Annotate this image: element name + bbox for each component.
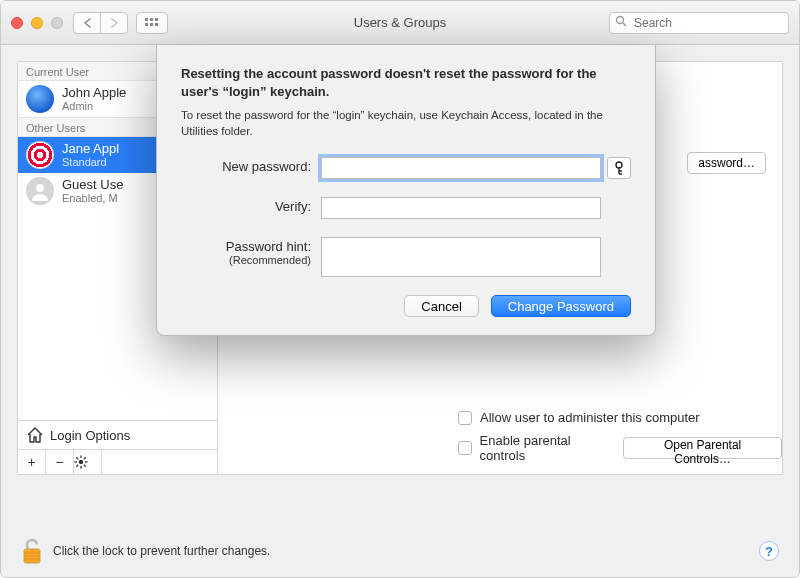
svg-line-15 xyxy=(84,465,86,467)
lock-row: Click the lock to prevent further change… xyxy=(21,537,779,565)
user-role: Standard xyxy=(62,156,119,168)
password-assistant-button[interactable] xyxy=(607,157,631,179)
sheet-heading: Resetting the account password doesn't r… xyxy=(181,65,631,100)
new-password-input[interactable] xyxy=(321,157,601,179)
cancel-button[interactable]: Cancel xyxy=(404,295,478,317)
login-options-label: Login Options xyxy=(50,428,130,443)
add-user-button[interactable]: + xyxy=(18,450,46,474)
login-options-row[interactable]: Login Options xyxy=(18,420,217,449)
key-icon xyxy=(613,161,625,175)
new-password-row: New password: xyxy=(181,157,631,179)
user-name: John Apple xyxy=(62,86,126,100)
svg-line-17 xyxy=(76,465,78,467)
titlebar: Users & Groups xyxy=(1,1,799,45)
reset-password-button[interactable]: assword… xyxy=(687,152,766,174)
window-controls xyxy=(11,17,63,29)
search-input[interactable] xyxy=(609,12,789,34)
close-window-button[interactable] xyxy=(11,17,23,29)
sheet-buttons: Cancel Change Password xyxy=(181,295,631,317)
svg-point-6 xyxy=(617,16,624,23)
svg-line-16 xyxy=(84,457,86,459)
zoom-window-button xyxy=(51,17,63,29)
help-button[interactable]: ? xyxy=(759,541,779,561)
svg-line-14 xyxy=(76,457,78,459)
password-hint-input[interactable] xyxy=(321,237,601,277)
user-name: Guest Use xyxy=(62,178,123,192)
hint-row: Password hint: (Recommended) xyxy=(181,237,631,277)
sidebar-footer-buttons: + − xyxy=(18,449,217,474)
lock-text: Click the lock to prevent further change… xyxy=(53,544,270,558)
admin-checkbox[interactable] xyxy=(458,411,472,425)
preferences-window: Users & Groups Current User John Apple A… xyxy=(0,0,800,578)
new-password-label: New password: xyxy=(181,157,321,174)
minimize-window-button[interactable] xyxy=(31,17,43,29)
svg-point-8 xyxy=(36,184,44,192)
parental-checkbox-row: Enable parental controls Open Parental C… xyxy=(458,433,782,463)
svg-line-7 xyxy=(623,23,626,26)
change-password-sheet: Resetting the account password doesn't r… xyxy=(156,45,656,336)
hint-recommended-label: (Recommended) xyxy=(181,254,311,266)
action-menu-button[interactable] xyxy=(74,450,102,474)
avatar xyxy=(26,85,54,113)
sheet-body: To reset the password for the “login” ke… xyxy=(181,108,631,139)
user-name: Jane Appl xyxy=(62,142,119,156)
user-role: Enabled, M xyxy=(62,192,123,204)
remove-user-button[interactable]: − xyxy=(46,450,74,474)
svg-rect-5 xyxy=(155,23,158,26)
svg-point-22 xyxy=(616,162,622,168)
svg-rect-1 xyxy=(150,18,153,21)
svg-rect-2 xyxy=(155,18,158,21)
admin-checkbox-row: Allow user to administer this computer xyxy=(458,410,782,425)
parental-checkbox[interactable] xyxy=(458,441,472,455)
verify-password-input[interactable] xyxy=(321,197,601,219)
user-role: Admin xyxy=(62,100,126,112)
avatar xyxy=(26,141,54,169)
open-parental-controls-button[interactable]: Open Parental Controls… xyxy=(623,437,782,459)
hint-label: Password hint: xyxy=(226,239,311,254)
change-password-button[interactable]: Change Password xyxy=(491,295,631,317)
nav-buttons xyxy=(73,12,128,34)
svg-rect-3 xyxy=(145,23,148,26)
admin-checkbox-label: Allow user to administer this computer xyxy=(480,410,700,425)
avatar xyxy=(26,177,54,205)
verify-row: Verify: xyxy=(181,197,631,219)
svg-rect-4 xyxy=(150,23,153,26)
svg-rect-0 xyxy=(145,18,148,21)
verify-label: Verify: xyxy=(181,197,321,214)
parental-checkbox-label: Enable parental controls xyxy=(480,433,616,463)
home-icon xyxy=(26,427,44,443)
back-button[interactable] xyxy=(73,12,101,34)
search-field-wrapper xyxy=(609,12,789,34)
search-icon xyxy=(615,15,627,27)
lock-icon[interactable] xyxy=(21,537,43,565)
show-all-button[interactable] xyxy=(136,12,168,34)
forward-button[interactable] xyxy=(100,12,128,34)
svg-point-9 xyxy=(79,460,83,464)
